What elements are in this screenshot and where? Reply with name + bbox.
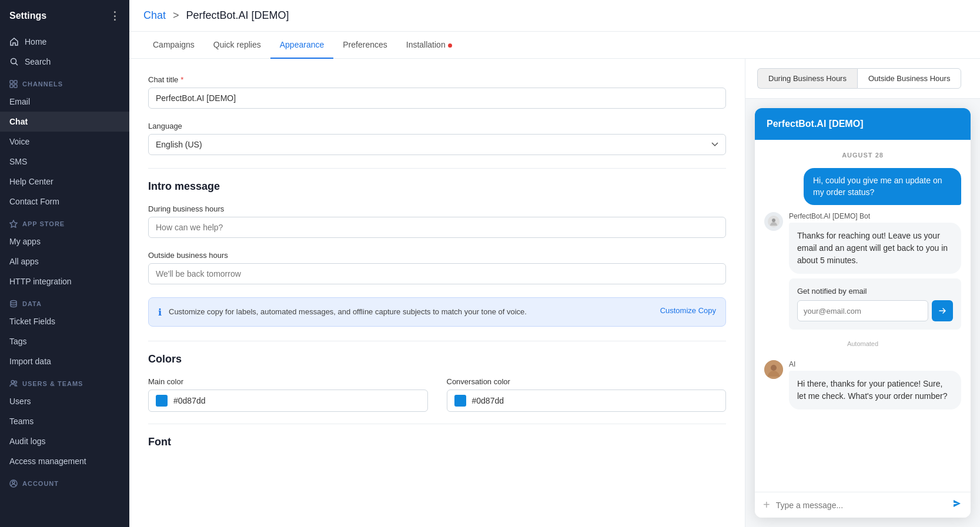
conversation-color-group: Conversation color #0d87dd — [447, 377, 727, 412]
bot-name: PerfectBot.AI [DEMO] Bot — [789, 212, 961, 220]
sidebar-item-search[interactable]: Search — [0, 52, 129, 72]
preview-toggle-bar: During Business Hours Outside Business H… — [745, 59, 980, 99]
sidebar-item-users[interactable]: Users — [0, 391, 129, 411]
tab-appearance[interactable]: Appearance — [270, 32, 334, 59]
outside-hours-input[interactable] — [148, 263, 726, 284]
sidebar: Settings ⋮ Home Search CHANNELS Email Ch… — [0, 0, 129, 527]
outside-hours-label: Outside business hours — [148, 251, 726, 260]
main-content: Chat > PerfectBot.AI [DEMO] Campaigns Qu… — [129, 0, 980, 527]
agent-avatar-image — [764, 360, 783, 379]
divider-1 — [148, 168, 726, 169]
tabs-bar: Campaigns Quick replies Appearance Prefe… — [129, 32, 980, 59]
account-section-label: ACCOUNT — [0, 471, 129, 491]
sidebar-home-label: Home — [25, 37, 46, 46]
channels-icon — [9, 80, 18, 88]
preview-toggle-group: During Business Hours Outside Business H… — [757, 68, 968, 89]
bot-content: PerfectBot.AI [DEMO] Bot Thanks for reac… — [789, 212, 961, 330]
chat-send-icon[interactable] — [952, 498, 962, 512]
data-icon — [9, 300, 18, 308]
tab-quickreplies[interactable]: Quick replies — [204, 32, 270, 59]
sidebar-item-teams[interactable]: Teams — [0, 411, 129, 431]
automated-label: Automated — [764, 340, 961, 347]
bot-avatar — [764, 212, 783, 231]
chat-message-input[interactable] — [776, 501, 946, 510]
bot-bubble: Thanks for reaching out! Leave us your e… — [789, 223, 961, 274]
chat-input-bar: + — [755, 492, 971, 518]
sidebar-item-voice[interactable]: Voice — [0, 132, 129, 152]
sidebar-search-label: Search — [25, 57, 51, 66]
svg-marker-6 — [10, 220, 17, 227]
font-title: Font — [148, 436, 726, 448]
info-text: Customize copy for labels, automated mes… — [169, 306, 646, 318]
sidebar-item-httpintegration[interactable]: HTTP integration — [0, 271, 129, 291]
sidebar-item-accessmgmt[interactable]: Access management — [0, 451, 129, 471]
info-icon: ℹ — [158, 307, 162, 318]
chat-widget: PerfectBot.AI [DEMO] AUGUST 28 Hi, could… — [755, 108, 971, 518]
sidebar-item-allapps[interactable]: All apps — [0, 251, 129, 271]
tab-campaigns[interactable]: Campaigns — [143, 32, 204, 59]
language-select[interactable]: English (US) — [148, 134, 726, 155]
user-message-bubble: Hi, could you give me an update on my or… — [804, 168, 961, 205]
chat-preview-area: PerfectBot.AI [DEMO] AUGUST 28 Hi, could… — [745, 99, 980, 527]
tab-installation[interactable]: Installation — [397, 32, 461, 59]
svg-point-7 — [11, 301, 16, 303]
conversation-color-input-wrap: #0d87dd — [447, 390, 727, 412]
chat-plus-icon[interactable]: + — [763, 498, 770, 512]
sidebar-item-tags[interactable]: Tags — [0, 331, 129, 351]
svg-rect-3 — [14, 80, 17, 83]
send-arrow-icon — [952, 498, 962, 509]
colors-row: Main color #0d87dd Conversation color #0… — [148, 377, 726, 412]
customize-copy-link[interactable]: Customize Copy — [660, 306, 716, 315]
agent-bubble: Hi there, thanks for your patience! Sure… — [789, 371, 961, 409]
breadcrumb-separator: > — [173, 9, 179, 22]
chat-messages: AUGUST 28 Hi, could you give me an updat… — [755, 140, 971, 492]
form-panel: Chat title * Language English (US) Intro… — [129, 59, 745, 527]
during-hours-label: During business hours — [148, 204, 726, 213]
main-color-input-wrap: #0d87dd — [148, 390, 428, 412]
toggle-during-btn[interactable]: During Business Hours — [757, 68, 857, 89]
main-color-swatch[interactable] — [156, 395, 168, 407]
divider-2 — [148, 341, 726, 341]
sidebar-item-helpcenter[interactable]: Help Center — [0, 172, 129, 192]
conversation-color-value: #0d87dd — [472, 396, 504, 405]
sidebar-item-home[interactable]: Home — [0, 32, 129, 52]
installation-dot — [448, 43, 452, 48]
svg-point-15 — [771, 365, 777, 371]
agent-name: AI — [789, 360, 961, 368]
svg-point-13 — [772, 219, 775, 222]
email-send-button[interactable] — [932, 300, 953, 321]
svg-point-0 — [11, 59, 16, 64]
during-hours-input[interactable] — [148, 217, 726, 238]
channels-section-label: CHANNELS — [0, 72, 129, 92]
main-color-group: Main color #0d87dd — [148, 377, 428, 412]
required-star: * — [180, 75, 183, 84]
sidebar-item-contactform[interactable]: Contact Form — [0, 192, 129, 212]
sidebar-item-chat[interactable]: Chat — [0, 112, 129, 132]
usersteams-section-label: USERS & TEAMS — [0, 371, 129, 391]
sidebar-item-sms[interactable]: SMS — [0, 152, 129, 172]
email-input-row — [797, 300, 953, 321]
conversation-color-swatch[interactable] — [454, 395, 466, 407]
data-section-label: DATA — [0, 291, 129, 311]
sidebar-menu-icon[interactable]: ⋮ — [109, 9, 120, 22]
tab-preferences[interactable]: Preferences — [333, 32, 396, 59]
svg-line-1 — [16, 63, 18, 66]
during-hours-group: During business hours — [148, 204, 726, 238]
home-icon — [9, 37, 19, 46]
sidebar-item-myapps[interactable]: My apps — [0, 231, 129, 251]
language-group: Language English (US) — [148, 122, 726, 155]
svg-point-11 — [12, 481, 15, 484]
sidebar-item-auditlogs[interactable]: Audit logs — [0, 431, 129, 451]
sidebar-item-email[interactable]: Email — [0, 92, 129, 112]
chat-title-input[interactable] — [148, 88, 726, 109]
svg-rect-2 — [10, 80, 13, 83]
appstore-icon — [9, 220, 18, 228]
language-label: Language — [148, 122, 726, 130]
sidebar-item-ticketfields[interactable]: Ticket Fields — [0, 311, 129, 331]
sidebar-item-importdata[interactable]: Import data — [0, 351, 129, 371]
toggle-outside-btn[interactable]: Outside Business Hours — [857, 68, 961, 89]
info-box: ℹ Customize copy for labels, automated m… — [148, 297, 726, 327]
email-input[interactable] — [797, 300, 928, 321]
breadcrumb-chat[interactable]: Chat — [143, 9, 166, 22]
agent-content: AI Hi there, thanks for your patience! S… — [789, 360, 961, 409]
